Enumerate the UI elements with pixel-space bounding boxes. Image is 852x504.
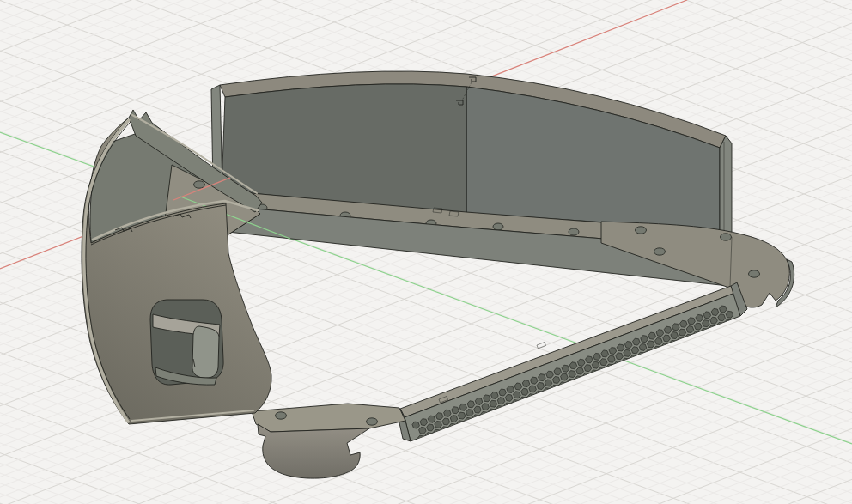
honeycomb-cell xyxy=(484,395,491,402)
foot-hole xyxy=(367,418,378,425)
honeycomb-cell xyxy=(420,419,428,426)
honeycomb-cell xyxy=(569,371,576,378)
honeycomb-cell xyxy=(505,394,513,401)
ledge-hole xyxy=(569,228,579,235)
honeycomb-cell xyxy=(435,422,442,428)
plate-hole xyxy=(721,234,732,240)
honeycomb-cell xyxy=(419,427,427,434)
honeycomb-cell xyxy=(586,356,593,363)
honeycomb-cell xyxy=(617,344,624,351)
honeycomb-cell xyxy=(647,341,654,348)
honeycomb-cell xyxy=(703,320,710,327)
foot-hole xyxy=(276,412,287,419)
honeycomb-cell xyxy=(474,406,481,413)
left-plate-hole xyxy=(194,181,205,188)
honeycomb-cell xyxy=(609,348,617,355)
plate-hole xyxy=(749,270,760,277)
viewport-canvas[interactable] xyxy=(0,0,852,504)
honeycomb-cell xyxy=(452,407,459,414)
honeycomb-cell xyxy=(584,365,592,372)
cad-viewport[interactable] xyxy=(0,0,852,504)
honeycomb-cell xyxy=(679,329,686,336)
honeycomb-cell xyxy=(529,386,537,392)
honeycomb-cell xyxy=(475,398,483,404)
honeycomb-cell xyxy=(466,410,474,416)
honeycomb-cell xyxy=(686,326,694,333)
honeycomb-cell xyxy=(624,349,631,356)
honeycomb-cell xyxy=(569,362,577,369)
honeycomb-cell xyxy=(546,371,554,378)
honeycomb-cell xyxy=(672,324,680,331)
honeycomb-cell xyxy=(633,338,641,345)
honeycomb-cell xyxy=(648,332,656,339)
honeycomb-cell xyxy=(412,422,419,428)
honeycomb-cell xyxy=(561,373,569,380)
honeycomb-cell xyxy=(467,401,475,408)
honeycomb-cell xyxy=(482,404,490,410)
honeycomb-cell xyxy=(720,306,727,313)
honeycomb-cell xyxy=(655,338,663,345)
honeycomb-cell xyxy=(631,347,639,354)
honeycomb-cell xyxy=(545,380,551,386)
ledge-hole xyxy=(493,223,503,230)
honeycomb-cell xyxy=(593,353,601,360)
wall-endcap-right[interactable] xyxy=(720,136,732,237)
honeycomb-cell xyxy=(442,418,450,425)
honeycomb-cell xyxy=(576,367,584,374)
honeycomb-cell xyxy=(521,388,528,395)
honeycomb-cell xyxy=(711,308,719,315)
honeycomb-cell xyxy=(450,416,457,422)
honeycomb-cell xyxy=(592,361,599,368)
honeycomb-cell xyxy=(537,382,545,389)
honeycomb-cell xyxy=(616,353,624,360)
honeycomb-cell xyxy=(522,380,530,387)
honeycomb-cell xyxy=(656,330,664,337)
honeycomb-cell xyxy=(444,410,452,416)
plate-hole xyxy=(654,248,666,255)
honeycomb-cell xyxy=(436,413,443,420)
honeycomb-cell xyxy=(696,314,703,321)
honeycomb-cell xyxy=(625,342,633,349)
honeycomb-cell xyxy=(458,412,466,419)
honeycomb-cell xyxy=(428,416,435,422)
honeycomb-cell xyxy=(497,398,504,404)
honeycomb-cell xyxy=(641,336,648,343)
honeycomb-cell xyxy=(688,318,696,325)
honeycomb-cell xyxy=(680,320,688,327)
honeycomb-cell xyxy=(552,377,560,384)
honeycomb-cell xyxy=(664,326,672,333)
honeycomb-cell xyxy=(599,359,607,366)
plate-hole xyxy=(636,227,647,234)
honeycomb-cell xyxy=(663,335,671,342)
honeycomb-cell xyxy=(726,311,733,318)
honeycomb-cell xyxy=(514,392,521,398)
honeycomb-cell xyxy=(703,312,710,319)
honeycomb-cell xyxy=(608,355,616,362)
honeycomb-cell xyxy=(459,404,467,410)
honeycomb-cell xyxy=(427,424,434,431)
honeycomb-cell xyxy=(490,400,497,407)
honeycomb-cell xyxy=(639,343,647,350)
honeycomb-cell xyxy=(499,389,507,396)
honeycomb-cell xyxy=(507,386,514,393)
window-through-hole xyxy=(192,326,219,378)
